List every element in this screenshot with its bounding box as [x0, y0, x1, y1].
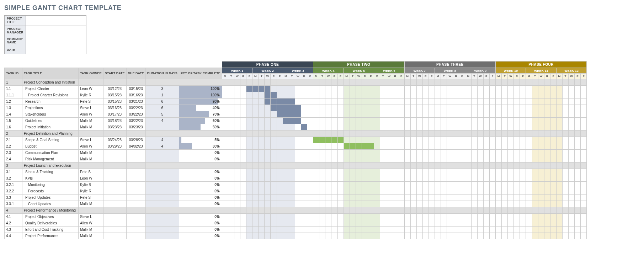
task-title-cell[interactable]: Project Charter — [22, 86, 79, 92]
gantt-cell[interactable] — [398, 233, 404, 239]
task-title-cell[interactable]: Projections — [22, 105, 79, 111]
gantt-cell[interactable] — [526, 111, 532, 118]
gantt-cell[interactable] — [410, 86, 416, 92]
gantt-cell[interactable] — [465, 214, 471, 220]
gantt-cell[interactable] — [295, 143, 301, 150]
gantt-cell[interactable] — [447, 227, 453, 233]
gantt-cell[interactable] — [514, 169, 520, 175]
gantt-cell[interactable] — [422, 182, 429, 188]
gantt-cell[interactable] — [489, 214, 495, 220]
gantt-cell[interactable] — [502, 137, 508, 143]
gantt-cell[interactable] — [252, 124, 259, 130]
gantt-cell[interactable] — [441, 214, 447, 220]
gantt-cell[interactable] — [569, 98, 575, 105]
gantt-cell[interactable] — [283, 156, 289, 163]
gantt-cell[interactable] — [404, 92, 410, 98]
task-title-cell[interactable]: Scope & Goal Setting — [22, 137, 79, 143]
gantt-cell[interactable] — [569, 150, 575, 156]
gantt-cell[interactable] — [532, 98, 538, 105]
gantt-cell[interactable] — [422, 175, 429, 182]
gantt-cell[interactable] — [277, 201, 283, 207]
gantt-cell[interactable] — [240, 214, 246, 220]
gantt-cell[interactable] — [362, 175, 368, 182]
duration-cell[interactable]: 4 — [145, 137, 179, 143]
gantt-cell[interactable] — [368, 227, 374, 233]
start-date-cell[interactable] — [103, 227, 126, 233]
gantt-cell[interactable] — [368, 150, 374, 156]
task-id-cell[interactable]: 1.1.1 — [5, 92, 22, 98]
gantt-cell[interactable] — [319, 175, 325, 182]
gantt-cell[interactable] — [526, 143, 532, 150]
gantt-cell[interactable] — [459, 86, 465, 92]
gantt-cell[interactable] — [271, 118, 277, 124]
gantt-cell[interactable] — [283, 86, 289, 92]
gantt-cell[interactable] — [544, 105, 550, 111]
gantt-cell[interactable] — [356, 86, 362, 92]
gantt-cell[interactable] — [259, 105, 265, 111]
gantt-cell[interactable] — [532, 105, 538, 111]
gantt-cell[interactable] — [435, 150, 441, 156]
gantt-cell[interactable] — [562, 214, 568, 220]
pct-cell[interactable]: 30% — [179, 143, 222, 150]
gantt-cell[interactable] — [325, 124, 331, 130]
gantt-cell[interactable] — [465, 227, 471, 233]
gantt-cell[interactable] — [459, 111, 465, 118]
gantt-cell[interactable] — [380, 92, 386, 98]
gantt-cell[interactable] — [392, 156, 398, 163]
gantt-cell[interactable] — [356, 105, 362, 111]
task-owner-cell[interactable]: Malik M — [79, 150, 103, 156]
gantt-cell[interactable] — [489, 92, 495, 98]
gantt-cell[interactable] — [362, 124, 368, 130]
gantt-cell[interactable] — [556, 156, 562, 163]
gantt-cell[interactable] — [368, 98, 374, 105]
gantt-cell[interactable] — [301, 227, 307, 233]
gantt-cell[interactable] — [520, 188, 526, 195]
gantt-cell[interactable] — [422, 92, 429, 98]
start-date-cell[interactable]: 03/15/23 — [103, 92, 126, 98]
gantt-cell[interactable] — [447, 214, 453, 220]
gantt-cell[interactable] — [362, 137, 368, 143]
gantt-cell[interactable] — [404, 220, 410, 227]
gantt-cell[interactable] — [277, 105, 283, 111]
gantt-cell[interactable] — [386, 188, 392, 195]
gantt-cell[interactable] — [581, 169, 587, 175]
gantt-cell[interactable] — [429, 169, 435, 175]
gantt-cell[interactable] — [532, 137, 538, 143]
gantt-cell[interactable] — [368, 201, 374, 207]
gantt-cell[interactable] — [228, 105, 234, 111]
gantt-cell[interactable] — [581, 201, 587, 207]
gantt-cell[interactable] — [581, 220, 587, 227]
duration-cell[interactable] — [145, 220, 179, 227]
pct-cell[interactable]: 50% — [179, 124, 222, 130]
gantt-cell[interactable] — [544, 188, 550, 195]
gantt-cell[interactable] — [502, 182, 508, 188]
gantt-cell[interactable] — [459, 98, 465, 105]
gantt-cell[interactable] — [398, 195, 404, 201]
gantt-cell[interactable] — [544, 137, 550, 143]
gantt-cell[interactable] — [495, 227, 501, 233]
gantt-cell[interactable] — [301, 124, 307, 130]
gantt-cell[interactable] — [441, 175, 447, 182]
gantt-cell[interactable] — [252, 111, 259, 118]
gantt-cell[interactable] — [483, 214, 489, 220]
task-owner-cell[interactable]: Steve L — [79, 137, 103, 143]
gantt-cell[interactable] — [350, 195, 356, 201]
gantt-cell[interactable] — [502, 86, 508, 92]
gantt-cell[interactable] — [392, 98, 398, 105]
gantt-cell[interactable] — [368, 143, 374, 150]
gantt-cell[interactable] — [356, 182, 362, 188]
gantt-cell[interactable] — [544, 201, 550, 207]
gantt-cell[interactable] — [508, 150, 514, 156]
gantt-cell[interactable] — [246, 188, 252, 195]
gantt-cell[interactable] — [520, 105, 526, 111]
gantt-cell[interactable] — [289, 111, 295, 118]
duration-cell[interactable] — [145, 233, 179, 239]
due-date-cell[interactable] — [126, 182, 145, 188]
gantt-cell[interactable] — [398, 201, 404, 207]
gantt-cell[interactable] — [544, 175, 550, 182]
gantt-cell[interactable] — [489, 175, 495, 182]
gantt-cell[interactable] — [514, 111, 520, 118]
gantt-cell[interactable] — [344, 214, 350, 220]
gantt-cell[interactable] — [283, 92, 289, 98]
gantt-cell[interactable] — [331, 137, 337, 143]
